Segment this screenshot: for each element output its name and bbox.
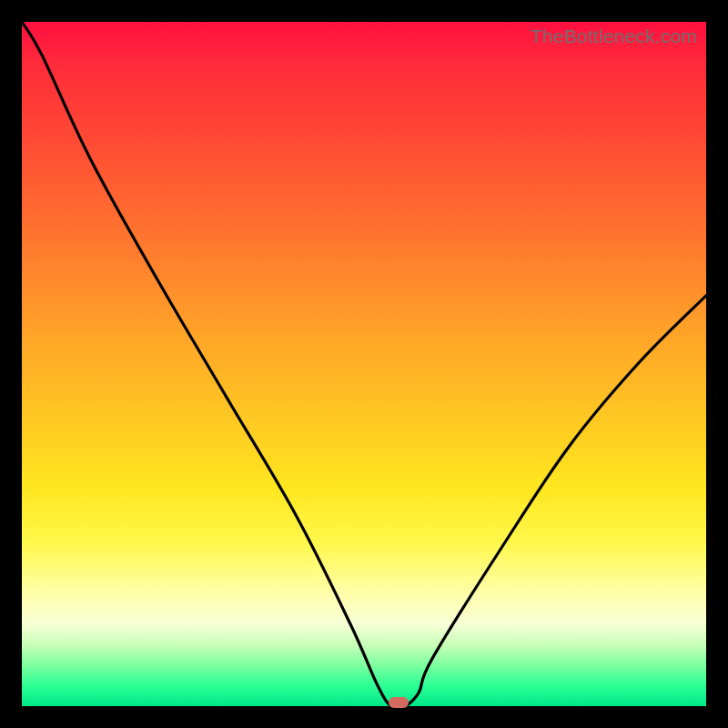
minimum-marker (389, 697, 409, 708)
chart-frame: TheBottleneck.com (0, 0, 728, 728)
bottleneck-curve (22, 22, 706, 706)
curve-path (22, 22, 706, 706)
plot-area: TheBottleneck.com (22, 22, 706, 706)
